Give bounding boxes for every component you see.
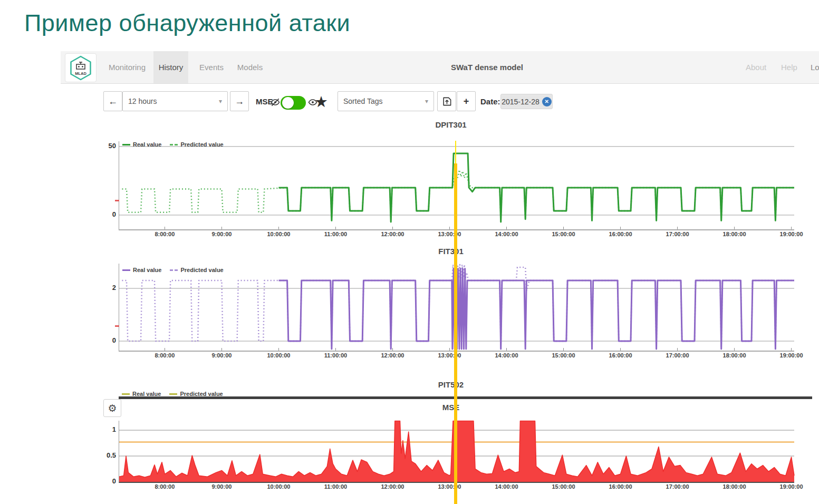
dpit301-xtick-label: 19:00:00 (775, 231, 808, 237)
mse-xtick-label: 18:00:00 (718, 483, 751, 490)
mse-xtick-label: 12:00:00 (375, 483, 409, 490)
tab-events[interactable]: Events (197, 51, 226, 83)
dpit301-xtick-label: 11:00:00 (319, 231, 352, 237)
mlad-logo[interactable]: MLAD (65, 53, 97, 82)
fit301-xtick-label: 8:00:00 (148, 352, 181, 358)
svg-text:MLAD: MLAD (75, 71, 86, 76)
plus-icon: + (464, 96, 469, 107)
legend-swatch-real (122, 393, 130, 395)
mse-ytick-label: 0.5 (99, 451, 116, 459)
fit301-xtick-label: 12:00:00 (375, 352, 409, 358)
slide-title: Пример обнаруженной атаки (24, 9, 350, 37)
date-chip: 2015-12-28 ✕ (500, 94, 553, 109)
tab-models[interactable]: Models (235, 51, 265, 83)
dpit301-xtick-label: 18:00:00 (718, 231, 751, 237)
tab-history[interactable]: History (153, 51, 188, 83)
settings-button[interactable]: ⚙ (103, 399, 121, 417)
dpit301-xtick-label: 16:00:00 (604, 231, 638, 237)
fit301-xtick-label: 9:00:00 (205, 352, 238, 358)
legend-swatch-real (122, 144, 130, 146)
mse-xtick-label: 16:00:00 (604, 483, 638, 490)
logo-hexagon-icon: MLAD (69, 55, 93, 81)
date-chip-value: 2015-12-28 (502, 98, 539, 106)
dpit301-ytick-label: 0 (99, 210, 116, 218)
fit301-xtick-label: 10:00:00 (262, 352, 295, 358)
save-icon (442, 96, 452, 106)
chart-title-dpit301: DPIT301 (398, 120, 504, 129)
gear-icon: ⚙ (108, 402, 117, 414)
dpit301-xtick-label: 8:00:00 (148, 231, 181, 237)
dpit301-xtick-label: 14:00:00 (490, 231, 524, 237)
slide: Пример обнаруженной атаки MLAD Monitorin… (0, 0, 819, 504)
chevron-down-icon: ▾ (219, 98, 222, 105)
arrow-left-icon: ← (108, 96, 118, 107)
date-label: Date: (480, 97, 500, 106)
mse-xtick-label: 9:00:00 (205, 483, 238, 490)
chart-legend: Real value Predicted value (122, 267, 224, 273)
legend-swatch-predicted (170, 144, 178, 146)
mse-ytick-label: 0 (99, 477, 116, 485)
chart-legend: Real value Predicted value (122, 141, 224, 148)
mse-ytick-label: 1 (99, 425, 116, 433)
link-logout[interactable]: Lo (811, 51, 819, 83)
fit301-xtick-label: 14:00:00 (490, 352, 524, 358)
fit301-xtick-label: 17:00:00 (661, 352, 695, 358)
fit301-xtick-label: 16:00:00 (604, 352, 638, 358)
dpit301-xtick-label: 13:00:00 (432, 231, 466, 237)
fit301-xtick-label: 11:00:00 (319, 352, 352, 358)
next-interval-button[interactable]: → (230, 91, 249, 111)
date-chip-remove-button[interactable]: ✕ (542, 97, 552, 106)
legend-predicted-label: Predicted value (180, 391, 223, 397)
legend-predicted-label: Predicted value (180, 141, 223, 148)
mse-xtick-label: 13:00:00 (432, 483, 466, 490)
fit301-xtick-label: 13:00:00 (432, 352, 466, 358)
time-cursor-line-top[interactable] (455, 141, 456, 164)
save-tags-button[interactable] (437, 91, 456, 111)
legend-swatch-predicted (169, 393, 177, 395)
legend-real-label: Real value (133, 267, 161, 273)
tab-monitoring[interactable]: Monitoring (108, 51, 146, 83)
dpit301-xtick-label: 12:00:00 (375, 231, 409, 237)
dpit301-ytick-label: 50 (99, 142, 116, 150)
legend-real-label: Real value (133, 141, 161, 148)
chart-title-pit502: PIT502 (398, 380, 504, 389)
prev-interval-button[interactable]: ← (103, 91, 122, 111)
legend-predicted-label: Predicted value (180, 267, 223, 273)
mse-xtick-label: 14:00:00 (490, 483, 524, 490)
fit301-axis-marker (115, 325, 119, 327)
dpit301-xtick-label: 15:00:00 (547, 231, 581, 237)
mse-xtick-label: 8:00:00 (148, 483, 181, 490)
fit301-xtick-label: 15:00:00 (547, 352, 581, 358)
legend-swatch-predicted (170, 269, 178, 271)
link-about[interactable]: About (746, 51, 766, 83)
tags-value: Sorted Tags (343, 97, 382, 105)
interval-select[interactable]: 12 hours ▾ (122, 91, 228, 111)
mse-xtick-label: 17:00:00 (661, 483, 695, 490)
fit301-xtick-label: 18:00:00 (718, 352, 751, 358)
favorites-star-icon[interactable]: ★ (314, 92, 328, 112)
dpit301-axis-marker (115, 200, 119, 201)
chevron-down-icon: ▾ (425, 98, 428, 105)
add-chart-button[interactable]: + (457, 91, 476, 111)
tags-select[interactable]: Sorted Tags ▾ (338, 91, 434, 111)
mse-xtick-label: 11:00:00 (319, 483, 352, 490)
app-navbar: MLAD Monitoring History Events Models SW… (61, 51, 819, 84)
fit301-xtick-label: 19:00:00 (775, 352, 808, 358)
arrow-right-icon: → (235, 96, 244, 107)
mse-xtick-label: 19:00:00 (775, 483, 808, 490)
toggle-knob (282, 97, 294, 109)
link-help[interactable]: Help (781, 51, 797, 83)
interval-value: 12 hours (128, 97, 157, 105)
time-cursor-line[interactable] (454, 163, 457, 504)
fit301-ytick-label: 0 (99, 336, 116, 344)
dpit301-xtick-label: 10:00:00 (262, 231, 295, 237)
fit301-ytick-label: 2 (99, 284, 116, 292)
chart-legend-pit502: Real value Predicted value (122, 391, 223, 397)
close-icon: ✕ (545, 99, 549, 104)
dpit301-xtick-label: 9:00:00 (205, 231, 238, 237)
legend-real-label: Real value (132, 391, 161, 397)
model-title: SWaT dense model (451, 51, 523, 83)
eye-off-icon[interactable] (270, 97, 281, 108)
mse-visibility-toggle[interactable] (281, 96, 306, 110)
chart-title-mse: MSE (398, 403, 504, 412)
